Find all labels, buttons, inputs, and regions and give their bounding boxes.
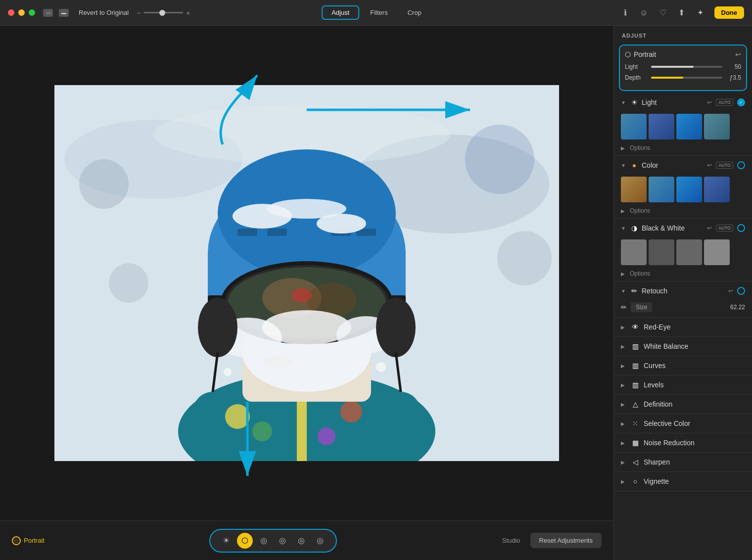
definition-chevron-icon (621, 402, 627, 407)
retouch-undo-icon[interactable]: ↩ (728, 287, 733, 294)
single-window-icon[interactable]: ▭ (43, 9, 53, 17)
section-bw: ◑ Black & White ↩ AUTO Options (614, 219, 752, 281)
light-auto-badge[interactable]: AUTO (716, 99, 733, 106)
split-window-icon[interactable]: ▬ (59, 9, 69, 17)
zoom-slider[interactable] (143, 12, 183, 13)
bottom-bar: ⬡ Portrait ☀ ⬡ ◎ ◎ ◎ ◎ Studio Reset Adju… (0, 520, 613, 560)
zoom-plus-icon[interactable]: + (186, 9, 190, 17)
tab-adjust[interactable]: Adjust (322, 5, 359, 20)
light-section-controls: ↩ AUTO ✓ (707, 98, 745, 106)
bw-options-label: Options (630, 270, 650, 277)
light-chevron-icon (621, 100, 627, 105)
section-color: ● Color ↩ AUTO Options (614, 156, 752, 219)
face-icon[interactable]: ☺ (639, 8, 649, 18)
noise-reduction-chevron-icon (621, 440, 627, 446)
color-options-chevron (621, 208, 627, 214)
tool-cube[interactable]: ⬡ (237, 533, 253, 549)
color-thumbnails (614, 175, 752, 206)
color-options-row[interactable]: Options (614, 206, 752, 218)
svg-point-40 (262, 356, 292, 368)
svg-point-34 (198, 298, 237, 357)
portrait-reset-icon[interactable]: ↩ (735, 50, 741, 58)
light-slider-track[interactable] (651, 66, 722, 68)
retouch-header[interactable]: ✏ Retouch ↩ (614, 281, 752, 300)
svg-rect-10 (297, 392, 307, 461)
color-thumb-3[interactable] (676, 177, 702, 202)
section-definition[interactable]: △ Definition (614, 395, 752, 414)
export-icon[interactable]: ⬆ (677, 8, 687, 18)
bw-undo-icon[interactable]: ↩ (707, 225, 712, 232)
section-vignette[interactable]: ○ Vignette (614, 472, 752, 491)
bw-circle-icon[interactable] (737, 224, 745, 232)
zoom-minus-icon[interactable]: − (137, 9, 141, 17)
section-sharpen[interactable]: ◁ Sharpen (614, 453, 752, 472)
tool-circle4[interactable]: ◎ (312, 533, 328, 549)
close-button[interactable] (8, 9, 14, 16)
titlebar: ▭ ▬ Revert to Original − + Adjust Filter… (0, 0, 752, 26)
bw-thumbnails (614, 237, 752, 269)
light-thumb-4[interactable] (704, 114, 730, 140)
selective-color-chevron-icon (621, 421, 627, 426)
depth-slider-label: Depth (625, 74, 647, 81)
color-undo-icon[interactable]: ↩ (707, 162, 712, 169)
bottom-right: Studio Reset Adjustments (502, 533, 602, 548)
magic-icon[interactable]: ✦ (696, 8, 705, 18)
vignette-title: Vignette (644, 477, 745, 485)
retouch-body: ✏ Size 62.22 (614, 300, 752, 317)
color-thumb-1[interactable] (621, 177, 647, 202)
section-retouch: ✏ Retouch ↩ ✏ Size 62.22 (614, 281, 752, 318)
photo-container[interactable] (0, 26, 613, 520)
panel-header: ADJUST (614, 26, 752, 43)
levels-chevron-icon (621, 382, 627, 388)
light-options-row[interactable]: Options (614, 143, 752, 155)
tab-crop[interactable]: Crop (399, 5, 430, 20)
bw-thumb-4[interactable] (704, 239, 730, 265)
studio-label: Studio (502, 537, 520, 544)
section-bw-header[interactable]: ◑ Black & White ↩ AUTO (614, 219, 752, 237)
section-red-eye[interactable]: 👁 Red-Eye (614, 318, 752, 337)
revert-button[interactable]: Revert to Original (79, 9, 129, 16)
zoom-slider-group: − + (137, 9, 190, 17)
bw-options-row[interactable]: Options (614, 269, 752, 281)
color-thumb-2[interactable] (649, 177, 674, 202)
section-noise-reduction[interactable]: ▦ Noise Reduction (614, 433, 752, 453)
section-curves[interactable]: ▥ Curves (614, 356, 752, 375)
bw-chevron-icon (621, 226, 627, 231)
minimize-button[interactable] (18, 9, 25, 16)
light-thumb-3[interactable] (676, 114, 702, 140)
bw-auto-badge[interactable]: AUTO (716, 225, 733, 232)
light-thumb-1[interactable] (621, 114, 647, 140)
white-balance-section-icon: ▥ (631, 342, 640, 351)
tool-circle3[interactable]: ◎ (293, 533, 309, 549)
light-options-chevron (621, 145, 627, 151)
color-thumb-4[interactable] (704, 177, 730, 202)
tool-sun[interactable]: ☀ (218, 533, 234, 549)
info-icon[interactable]: ℹ (620, 8, 630, 18)
depth-slider-track[interactable] (651, 77, 722, 79)
noise-reduction-title: Noise Reduction (644, 439, 745, 447)
reset-adjustments-button[interactable]: Reset Adjustments (530, 533, 602, 548)
tab-filters[interactable]: Filters (361, 5, 396, 20)
section-levels[interactable]: ▥ Levels (614, 375, 752, 395)
light-thumb-2[interactable] (649, 114, 674, 140)
retouch-circle-icon[interactable] (737, 287, 745, 295)
heart-icon[interactable]: ♡ (658, 8, 668, 18)
maximize-button[interactable] (29, 9, 35, 16)
bw-thumb-2[interactable] (649, 239, 674, 265)
tool-circle2[interactable]: ◎ (275, 533, 290, 549)
light-undo-icon[interactable]: ↩ (707, 99, 712, 106)
svg-point-43 (109, 263, 148, 303)
tool-circle1[interactable]: ◎ (256, 533, 272, 549)
section-color-header[interactable]: ● Color ↩ AUTO (614, 156, 752, 175)
done-button[interactable]: Done (714, 6, 745, 19)
section-selective-color[interactable]: ⁙ Selective Color (614, 414, 752, 433)
section-light-header[interactable]: ☀ Light ↩ AUTO ✓ (614, 93, 752, 112)
portrait-section-header: ⬡ Portrait ↩ (625, 50, 741, 58)
light-check-icon[interactable]: ✓ (737, 98, 745, 106)
red-eye-section-icon: 👁 (631, 323, 640, 331)
section-white-balance[interactable]: ▥ White Balance (614, 337, 752, 356)
bw-thumb-1[interactable] (621, 239, 647, 265)
color-circle-icon[interactable] (737, 161, 745, 169)
color-auto-badge[interactable]: AUTO (716, 162, 733, 169)
bw-thumb-3[interactable] (676, 239, 702, 265)
